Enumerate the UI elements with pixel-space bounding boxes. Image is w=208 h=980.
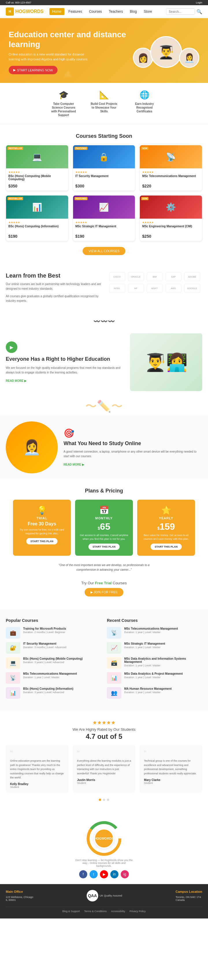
feature-1: 🎓 Take Computer Science Courses with Per… [49,90,78,117]
recent-item-1[interactable]: 📡 MSc Telecommunications Management Dura… [107,627,202,639]
study-read-more[interactable]: READ MORE ▶ [64,463,84,466]
course-stars-3: ★★★★★ [142,171,200,173]
main-office-title: Main Office [6,890,33,893]
logo: H HOGWORDS [6,8,44,16]
pricing-card-yearly: ⭐ YEARLY $159 Best value for money. Get … [137,500,195,556]
testimonial-author-2: Justin Morris [77,778,131,781]
youtube-icon[interactable]: ▶ [100,870,108,878]
instagram-icon[interactable]: ig [121,870,129,878]
play-icon: ▶ [13,68,16,72]
course-card-1[interactable]: 💻 BESTSELLER ★★★★★ BSc (Hons) Computing … [6,145,68,191]
popular-item-2[interactable]: 🔐 IT Security Management Duration: 3 mon… [6,642,101,654]
nav-teachers[interactable]: Teachers [106,8,126,15]
popular-courses-title: Popular Courses [6,618,101,623]
yearly-plan-desc: Best value for money. Get access to all … [141,533,191,541]
recent-info-3: MSc Data Analytics and Information Syste… [124,657,202,667]
course-card-3[interactable]: 📡 NEW ★★★★★ MSc Telecommunications Manag… [140,145,202,191]
hero-person-3: 👩‍💼 [179,48,199,68]
top-bar-login[interactable]: Login [196,1,202,4]
play-icon: ▶ [10,345,13,350]
recent-thumb-5: 👥 [107,687,121,699]
footer-link-privacy[interactable]: Privacy Policy [129,910,146,913]
features-bar: 🎓 Take Computer Science Courses with Per… [0,83,208,124]
course-card-5[interactable]: 📈 FEATURED ★★★★★ MSc Strategic IT Manage… [73,195,135,241]
feature-1-text: Take Computer Science Courses with Perso… [49,102,78,117]
logo-text: HOGWORDS [15,9,44,14]
popular-info-4: MSc Telecommunications Management Durati… [23,672,77,679]
popular-item-5[interactable]: 📊 BSc (Hons) Computing (Information) Dur… [6,687,101,699]
popular-item-3[interactable]: 💻 BSc (Hons) Computing (Mobile Computing… [6,657,101,669]
free-plan-desc: Try our courses for free. No credit card… [17,528,67,535]
courses-section: Courses Starting Soon 💻 BESTSELLER ★★★★★… [0,124,208,264]
popular-info-1: Training for Microsoft Products Duration… [23,627,66,634]
view-all-button[interactable]: VIEW ALL COURSES [83,247,125,255]
nav-home[interactable]: Home [49,8,64,15]
play-button[interactable]: ▶ [6,341,17,353]
testimonial-grid: " Online education programs are the lear… [6,745,202,793]
facebook-icon[interactable]: f [79,870,87,878]
free-plan-button[interactable]: START THIS PLAN [26,538,57,544]
dot-1[interactable] [99,799,101,801]
footer-qaa: QAA UK Quality Assured [39,890,170,902]
footer-link-accessibility[interactable]: Accessibility [111,910,125,913]
linkedin-icon[interactable]: in [110,870,118,878]
popular-item-4[interactable]: 📡 MSc Telecommunications Management Dura… [6,672,101,684]
everyone-paragraph: We are focused on the high quality educa… [6,366,124,375]
free-plan-icon: 💡 [17,506,67,515]
monthly-plan-button[interactable]: START THIS PLAN [88,544,119,550]
recent-thumb-3: 🗃️ [107,657,121,669]
search-icon[interactable]: 🔍 [197,9,202,14]
popular-thumb-1: 💼 [6,627,20,639]
course-badge-2: FEATURED [75,147,88,150]
recent-item-3[interactable]: 🗃️ MSc Data Analytics and Information Sy… [107,657,202,669]
study-paragraph: A good internet connection, a laptop, sm… [64,449,202,459]
footer-link-terms[interactable]: Terms & Conditions [84,910,106,913]
popular-meta-4: Duration: 1 year | Level: Master [23,676,77,679]
recent-meta-4: Duration: 1 year | Level: Master [124,676,183,679]
hero-cta-button[interactable]: ▶ START LEARNING NOW [9,66,57,74]
course-body-6: ★★★★★ MSc Engineering Management (CMI) $… [140,219,202,241]
nav-features[interactable]: Features [65,8,85,15]
twitter-icon[interactable]: t [90,870,98,878]
hero-text: Education center and distance learning O… [9,30,133,74]
popular-item-1[interactable]: 💼 Training for Microsoft Products Durati… [6,627,101,639]
pricing-section: Plans & Pricing 💡 TRIAL Free 30 Days Try… [0,479,208,609]
yearly-plan-button[interactable]: START THIS PLAN [151,544,181,550]
testimonials-stars: ★★★★★ [6,719,202,726]
brand-logo: HOGWORDS [94,828,114,849]
free-trial-button[interactable]: ▶ JOIN FOR FREE [85,588,124,597]
testimonial-author-3: Mary Clarke [144,778,198,781]
everyone-read-more[interactable]: READ MORE ▶ [6,379,27,382]
pricing-card-free: 💡 TRIAL Free 30 Days Try our courses for… [13,500,71,556]
course-img-6: ⚙️ NEW [140,196,202,219]
recent-item-4[interactable]: 📊 MSc Data Analytics & Project Managemen… [107,672,202,684]
search-input[interactable] [166,8,195,15]
main-office-address: 123 Wellstone, ChicagoIL 60601 [6,896,33,901]
testimonial-role-3: Student [144,781,198,784]
popular-meta-5: Duration: 3 years | Level: Advanced [23,691,73,694]
nav-courses[interactable]: Courses [86,8,105,15]
popular-thumb-3: 💻 [6,657,20,669]
course-stars-4: ★★★★★ [8,221,66,224]
nav-blog[interactable]: Blog [127,8,140,15]
recent-item-5[interactable]: 👥 MA Human Resource Management Duration:… [107,687,202,699]
popular-name-4: MSc Telecommunications Management [23,672,77,675]
logo-sap: SAP [165,272,181,281]
dot-3[interactable] [107,799,109,801]
course-img-bg-3: 📡 [140,145,202,169]
course-badge-6: NEW [141,197,148,200]
recent-meta-5: Duration: 1 year | Level: Master [124,691,171,694]
recent-info-4: MSc Data Analytics & Project Management … [124,672,183,679]
footer-link-blog[interactable]: Blog & Support [62,910,80,913]
recent-info-5: MA Human Resource Management Duration: 1… [124,687,171,694]
campus-title: Campus Location [176,890,202,893]
course-body-1: ★★★★★ BSc (Hons) Computing (Mobile Compu… [6,169,68,191]
free-trial-section: Try Our Free Trial Courses ▶ JOIN FOR FR… [6,576,202,601]
recent-item-2[interactable]: 📈 MSc Strategic IT Management Duration: … [107,642,202,654]
course-card-6[interactable]: ⚙️ NEW ★★★★★ MSc Engineering Management … [140,195,202,241]
nav-store[interactable]: Store [141,8,155,15]
social-icons: f t ▶ in ig [79,870,129,878]
course-card-2[interactable]: 🔒 FEATURED ★★★★★ IT Security Management … [73,145,135,191]
course-card-4[interactable]: 📊 BESTSELLER ★★★★★ BSc (Hons) Computing … [6,195,68,241]
dot-2[interactable] [103,799,105,801]
